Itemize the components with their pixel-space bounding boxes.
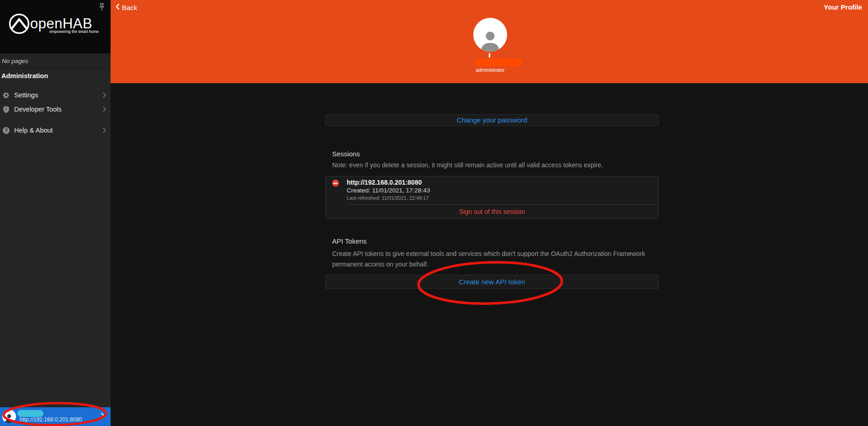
sidebar-item-label: Help & About — [14, 127, 53, 134]
sessions-section-title: Sessions — [332, 150, 360, 158]
session-url: http://192.168.0.201:8080 — [347, 179, 422, 186]
session-card: http://192.168.0.201:8080 Created: 11/01… — [325, 176, 659, 219]
profile-header: Back Your Profile administrator — [111, 0, 868, 83]
question-icon: ? — [2, 127, 10, 134]
profile-avatar — [473, 18, 507, 52]
pin-sidebar-button[interactable] — [97, 2, 107, 13]
pushpin-icon — [97, 6, 107, 14]
chevron-right-icon — [102, 92, 106, 100]
session-last-refreshed: Last refreshed: 11/01/2021, 22:48:17 — [347, 195, 429, 201]
svg-text:!: ! — [5, 107, 7, 112]
logo-tagline: empowering the smart home — [30, 29, 99, 34]
sidebar-logo-area: openHAB empowering the smart home — [0, 0, 111, 53]
chevron-left-icon — [116, 3, 120, 11]
sidebar-user-row[interactable]: http://192.168.0.201:8080 — [0, 407, 111, 426]
gear-icon — [2, 91, 10, 99]
sidebar-item-help-about[interactable]: ? Help & About — [0, 123, 111, 137]
create-api-token-label: Create new API token — [459, 278, 525, 286]
profile-content: Change your password Sessions Note: even… — [325, 83, 659, 426]
session-created: Created: 11/01/2021, 17:28:43 — [347, 187, 430, 194]
change-password-button[interactable]: Change your password — [325, 114, 659, 126]
page-title: Your Profile — [824, 3, 862, 11]
user-avatar-icon — [2, 410, 16, 423]
change-password-label: Change your password — [457, 116, 527, 124]
sessions-note: Note: even if you delete a session, it m… — [332, 161, 603, 169]
chevron-right-icon — [101, 412, 105, 421]
api-tokens-description: Create API tokens to give external tools… — [332, 249, 650, 269]
sidebar: openHAB empowering the smart home No pag… — [0, 0, 111, 426]
api-tokens-section-title: API Tokens — [332, 237, 367, 245]
no-pages-label: No pages — [0, 53, 111, 69]
sidebar-item-settings[interactable]: Settings — [0, 88, 111, 102]
delete-session-icon[interactable] — [332, 180, 339, 186]
sidebar-item-developer-tools[interactable]: ! Developer Tools — [0, 102, 111, 116]
openhab-logo-icon — [8, 13, 30, 37]
back-button-label: Back — [122, 4, 137, 11]
server-url-label: http://192.168.0.201:8080 — [20, 416, 82, 423]
back-button[interactable]: Back — [116, 3, 137, 11]
chevron-right-icon — [102, 127, 106, 135]
sign-out-session-button[interactable]: Sign out of this session — [326, 205, 658, 218]
sidebar-item-label: Settings — [14, 91, 38, 99]
administration-section-title: Administration — [1, 72, 48, 80]
sidebar-item-label: Developer Tools — [14, 106, 62, 113]
redacted-username-pill — [475, 59, 523, 66]
username-fragment — [489, 53, 491, 58]
chevron-right-icon — [102, 106, 106, 114]
redacted-username-pill — [17, 410, 43, 417]
create-api-token-button[interactable]: Create new API token — [325, 275, 659, 289]
shield-icon: ! — [2, 106, 10, 113]
app-root: openHAB empowering the smart home No pag… — [0, 0, 868, 426]
user-role-label: administrator — [464, 67, 516, 73]
